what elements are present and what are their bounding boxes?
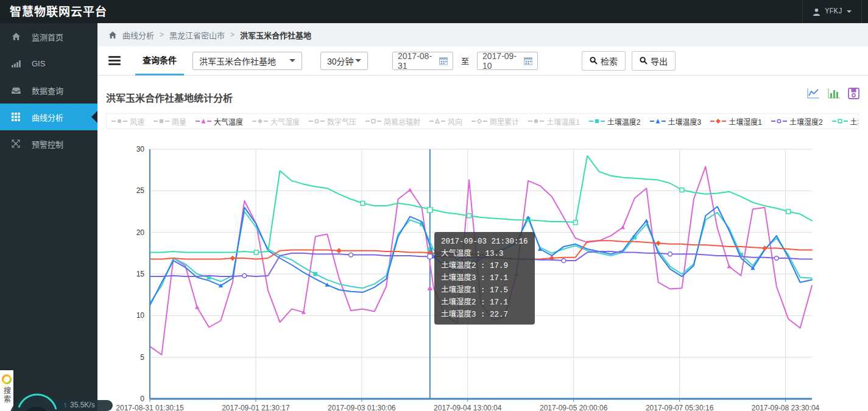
legend-item-11[interactable]: 土壤湿度1 bbox=[710, 116, 762, 127]
search-extension-logo-icon bbox=[1, 374, 12, 385]
line-chart-icon[interactable] bbox=[806, 88, 820, 99]
date-from-value: 2017-08-31 bbox=[398, 51, 439, 71]
chevron-down-icon bbox=[289, 59, 295, 65]
calendar-icon[interactable] bbox=[439, 57, 448, 65]
sidebar-item-0[interactable]: 监测首页 bbox=[0, 23, 97, 50]
legend-item-1[interactable]: 雨量 bbox=[153, 116, 186, 127]
svg-text:2017-09-01 21:30:17: 2017-09-01 21:30:17 bbox=[222, 404, 290, 411]
app-title: 智慧物联网云平台 bbox=[10, 0, 107, 23]
tooltip-row: 土壤湿度3 : 22.7 bbox=[441, 309, 528, 321]
tooltip-title: 2017-09-03 21:30:16 bbox=[441, 236, 528, 248]
svg-text:30: 30 bbox=[136, 145, 145, 153]
legend-item-label: 土壤温度3 bbox=[668, 116, 702, 127]
search-button[interactable]: 检索 bbox=[582, 51, 626, 71]
search-button-label: 检索 bbox=[601, 55, 618, 67]
breadcrumb-separator: > bbox=[230, 30, 235, 39]
sidebar-item-3[interactable]: 曲线分析 bbox=[0, 104, 97, 130]
legend-item-label: 雨量 bbox=[172, 116, 186, 127]
interval-select[interactable]: 30分钟 bbox=[320, 52, 368, 70]
svg-text:2017-09-08 23:30:04: 2017-09-08 23:30:04 bbox=[752, 404, 820, 411]
tooltip-row: 土壤温度2 : 17.9 bbox=[441, 260, 528, 272]
calendar-icon[interactable] bbox=[524, 57, 532, 65]
sidebar-item-1[interactable]: GIS bbox=[0, 50, 97, 77]
legend-item-4[interactable]: 数字气压 bbox=[309, 116, 356, 127]
grid-icon bbox=[0, 113, 32, 121]
legend-item-7[interactable]: 雨里累计 bbox=[471, 116, 519, 127]
app-header: 智慧物联网云平台 YFKJ bbox=[0, 0, 868, 23]
legend-item-label: 大气温度 bbox=[214, 116, 243, 127]
legend-item-5[interactable]: 简易总辐射 bbox=[365, 116, 420, 127]
legend-marker-rect-icon bbox=[365, 118, 381, 124]
page: { "app": { "title": "智慧物联网云平台", "user": … bbox=[0, 0, 868, 411]
svg-text:10: 10 bbox=[136, 311, 145, 320]
user-name: YFKJ bbox=[825, 7, 842, 16]
interval-select-value: 30分钟 bbox=[327, 55, 354, 67]
tooltip-row: 土壤温度3 : 17.1 bbox=[441, 272, 528, 284]
legend-item-10[interactable]: 土壤温度3 bbox=[650, 116, 702, 127]
user-icon bbox=[813, 8, 820, 16]
legend-item-9[interactable]: 土壤温度2 bbox=[589, 116, 641, 127]
legend-item-6[interactable]: 风向 bbox=[429, 116, 462, 127]
sidebar-item-2[interactable]: 数据查询 bbox=[0, 77, 97, 104]
breadcrumb: 曲线分析>黑龙江省密山市>洪军玉米合作社基地 bbox=[97, 23, 868, 46]
legend-item-label: 土壤温度2 bbox=[607, 116, 641, 127]
tooltip-row: 大气温度 : 13.3 bbox=[441, 248, 528, 260]
legend-item-2[interactable]: 大气温度 bbox=[196, 116, 243, 127]
legend-item-0[interactable]: 风速 bbox=[111, 116, 144, 127]
chart-legend: 风速 雨量 大气温度 大气湿度 数字气压 简易总辐射 风向 雨里累计 土壤温度1… bbox=[106, 113, 859, 129]
chart-title: 洪军玉米合作社基地统计分析 bbox=[106, 90, 233, 105]
home-icon bbox=[108, 31, 117, 39]
tooltip-row: 土壤湿度2 : 17.1 bbox=[441, 297, 528, 309]
tooltip-row: 土壤湿度1 : 17.5 bbox=[441, 284, 528, 297]
sidebar-item-4[interactable]: 预警控制 bbox=[0, 130, 97, 157]
date-from-input[interactable]: 2017-08-31 bbox=[392, 52, 453, 70]
svg-text:2017-09-07 05:30:16: 2017-09-07 05:30:16 bbox=[646, 404, 714, 411]
svg-text:5: 5 bbox=[140, 353, 144, 362]
breadcrumb-item-0[interactable]: 曲线分析 bbox=[122, 29, 154, 41]
legend-marker-diamond-icon bbox=[471, 118, 487, 124]
legend-item-label: 大气湿度 bbox=[270, 116, 300, 127]
network-speed-widget: ↑ 35.5K/s bbox=[10, 392, 119, 411]
chart-tooltip: 2017-09-03 21:30:16大气温度 : 13.3土壤温度2 : 17… bbox=[434, 232, 535, 325]
x-axis-labels: 2017-08-31 01:30:152017-09-01 21:30:1720… bbox=[116, 404, 819, 411]
date-to-value: 2017-09-10 bbox=[482, 51, 524, 71]
legend-marker-circle-icon bbox=[309, 118, 325, 124]
legend-marker-circle-icon bbox=[771, 118, 787, 124]
legend-item-3[interactable]: 大气湿度 bbox=[252, 116, 300, 127]
legend-marker-triangle-icon bbox=[650, 118, 666, 124]
svg-text:2017-09-03 01:30:06: 2017-09-03 01:30:06 bbox=[328, 404, 396, 411]
arrows-icon bbox=[0, 139, 32, 148]
breadcrumb-item-2: 洪军玉米合作社基地 bbox=[240, 29, 311, 41]
chevron-down-icon bbox=[847, 10, 852, 15]
legend-marker-circle-icon bbox=[111, 118, 127, 124]
sidebar-item-label: 曲线分析 bbox=[32, 111, 63, 123]
svg-text:20: 20 bbox=[136, 228, 145, 237]
station-select[interactable]: 洪军玉米合作社基地 bbox=[192, 52, 302, 70]
breadcrumb-separator: > bbox=[160, 30, 164, 39]
legend-item-12[interactable]: 土壤湿度2 bbox=[771, 116, 823, 127]
legend-item-8[interactable]: 土壤温度1 bbox=[528, 116, 580, 127]
save-icon[interactable] bbox=[848, 88, 859, 99]
date-to-input[interactable]: 2017-09-10 bbox=[477, 52, 538, 70]
legend-marker-diamond-icon bbox=[710, 118, 726, 124]
user-menu[interactable]: YFKJ bbox=[802, 0, 862, 23]
legend-item-13[interactable]: 土壤湿度3 bbox=[832, 116, 859, 127]
breadcrumb-item-1[interactable]: 黑龙江省密山市 bbox=[169, 29, 225, 41]
export-button[interactable]: 导出 bbox=[632, 51, 676, 71]
svg-text:15: 15 bbox=[136, 270, 145, 278]
legend-item-label: 简易总辐射 bbox=[384, 116, 420, 127]
menu-toggle-icon[interactable] bbox=[108, 56, 121, 65]
svg-text:2017-08-31 01:30:15: 2017-08-31 01:30:15 bbox=[116, 404, 184, 411]
legend-item-label: 风向 bbox=[448, 116, 462, 127]
sidebar-item-label: 数据查询 bbox=[32, 85, 63, 96]
legend-item-label: 土壤湿度1 bbox=[729, 116, 762, 127]
legend-item-label: 雨里累计 bbox=[490, 116, 519, 127]
bar-chart-icon[interactable] bbox=[827, 88, 841, 99]
legend-marker-circle-icon bbox=[528, 118, 544, 124]
legend-marker-triangle-icon bbox=[429, 118, 445, 124]
date-range-to-label: 至 bbox=[461, 55, 469, 66]
signal-icon bbox=[0, 60, 32, 68]
station-select-value: 洪军玉米合作社基地 bbox=[199, 55, 276, 67]
main-content: 曲线分析>黑龙江省密山市>洪军玉米合作社基地 查询条件 洪军玉米合作社基地 30… bbox=[97, 23, 868, 411]
tab-query-conditions[interactable]: 查询条件 bbox=[135, 46, 184, 76]
